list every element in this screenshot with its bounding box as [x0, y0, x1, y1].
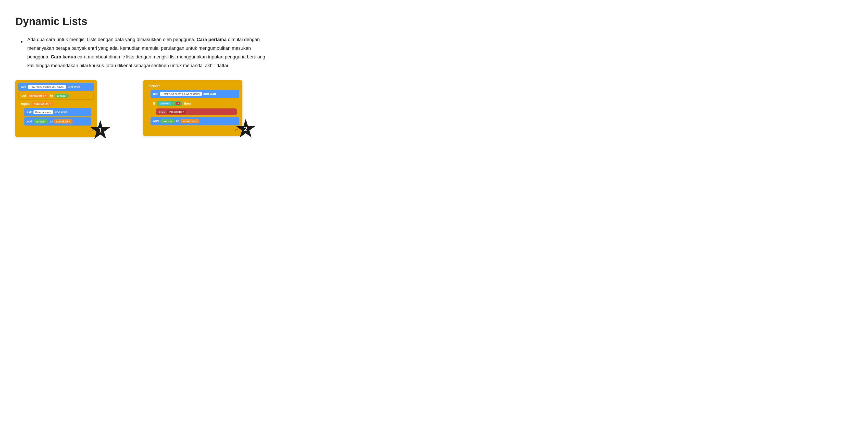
then-label: then [184, 102, 191, 105]
answer-oval-2: answer [34, 119, 48, 123]
set-to: to [50, 94, 53, 97]
add-block-2: add answer to scoreList ▼ [151, 117, 239, 125]
add-label-1: add [27, 120, 32, 123]
ask-inner-input: Enter a score [33, 110, 53, 114]
repeat-label: repeat [21, 102, 30, 105]
diagram-1: ask How many scores you have? and wait s… [15, 80, 97, 137]
ask-input-1: How many scores you have? [28, 85, 66, 89]
star-label-1: 1 [98, 127, 102, 134]
scratch-stack-2: forever ask Enter next score [-1 when do… [143, 80, 242, 136]
if-body: stop this script ▼ [151, 107, 239, 116]
stop-dropdown: this script ▼ [167, 110, 186, 114]
bold-term-1: Cara pertama [197, 37, 227, 42]
star-badge-2: 2 [235, 118, 256, 140]
bullet-dot: • [21, 36, 23, 48]
add-to-2: to [176, 119, 179, 123]
ask-suffix-1: and wait [68, 85, 81, 89]
repeat-header: repeat numScores ▼ [19, 100, 94, 107]
answer-oval-1: answer [55, 94, 69, 98]
add-label-2: add [153, 119, 159, 123]
if-header: if answer = -1 then [151, 100, 239, 107]
bullet-text: Ada dua cara untuk mengisi Lists dengan … [27, 35, 270, 70]
corner-arrow-2: ↩ [146, 127, 238, 132]
set-block: set numScores ▼ to answer [19, 92, 94, 100]
set-label: set [22, 94, 26, 97]
star-badge-1: 1 [89, 119, 111, 141]
numscores-dropdown: numScores ▼ [28, 94, 49, 98]
repeat-block: repeat numScores ▼ ask Enter a score and… [19, 100, 94, 127]
scorelist-dropdown-1: scoreList ▼ [54, 119, 72, 123]
stop-label: stop [159, 110, 165, 114]
ask-block-2: ask Enter next score [-1 when done] and … [151, 90, 239, 98]
if-block: if answer = -1 then stop this script ▼ [151, 100, 239, 116]
ask-label-2: ask [153, 92, 158, 96]
add-block-1: add answer to scoreList ▼ [24, 117, 91, 126]
neg-one-val: -1 [176, 102, 181, 105]
diagrams-row: ask How many scores you have? and wait s… [15, 80, 853, 137]
text-segment-1: Ada dua cara untuk mengisi Lists dengan … [27, 37, 197, 42]
diagram-2: forever ask Enter next score [-1 when do… [143, 80, 242, 136]
ask-input-2: Enter next score [-1 when done] [160, 92, 202, 96]
forever-inner: ask Enter next score [-1 when done] and … [151, 90, 239, 126]
answer-oval-4: answer [160, 119, 175, 123]
forever-block: forever [146, 83, 239, 89]
main-content: • Ada dua cara untuk mengisi Lists denga… [21, 35, 853, 70]
ask-inner-suffix: and wait [55, 111, 67, 114]
ask-inner-label: ask [27, 111, 32, 114]
scorelist-dropdown-2: scoreList ▼ [181, 119, 199, 123]
eq-op: = [173, 102, 174, 105]
ask-suffix-2: and wait [203, 92, 216, 96]
bold-term-2: Cara kedua [51, 54, 76, 59]
numscores-dropdown-2: numScores ▼ [32, 102, 53, 106]
stop-block: stop this script ▼ [156, 108, 237, 115]
scratch-stack-1: ask How many scores you have? and wait s… [15, 80, 97, 137]
if-label: if [153, 102, 155, 105]
star-label-2: 2 [244, 126, 247, 133]
bullet-item: • Ada dua cara untuk mengisi Lists denga… [21, 35, 853, 70]
eq-block: answer = -1 [157, 101, 183, 106]
corner-arrow-1: ↩ [19, 128, 93, 134]
answer-oval-3: answer [159, 102, 172, 105]
repeat-body: ask Enter a score and wait add answer to… [19, 107, 94, 127]
add-to-1: to [50, 120, 53, 123]
ask-block-1: ask How many scores you have? and wait [19, 83, 94, 91]
ask-inner-block: ask Enter a score and wait [24, 108, 91, 116]
page-title: Dynamic Lists [15, 15, 853, 28]
ask-label-1: ask [21, 85, 26, 89]
